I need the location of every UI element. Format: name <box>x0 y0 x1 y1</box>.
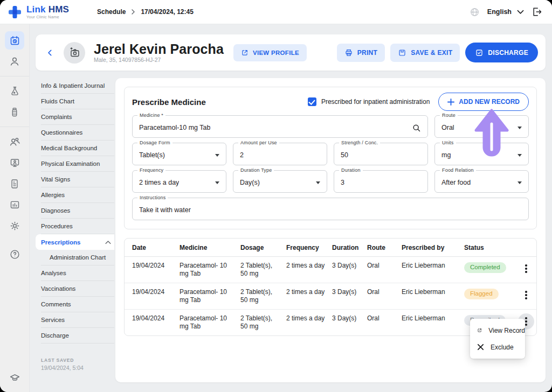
duration-type-label: Duration Type <box>238 167 274 173</box>
rail-analytics-button[interactable] <box>5 195 24 214</box>
back-chevron-icon <box>46 48 54 57</box>
rail-patients-button[interactable] <box>5 52 24 71</box>
inpatient-admin-checkbox-row[interactable]: Prescribed for inpatient administration <box>308 97 430 106</box>
rail-divider <box>0 76 29 76</box>
status-badge: Completed <box>464 262 506 273</box>
status-badge: Flagged <box>464 289 499 299</box>
col-dosage: Dosage <box>240 244 286 251</box>
strength-field[interactable]: Strength / Conc. 50 <box>334 143 428 165</box>
breadcrumb-chevron-icon <box>131 9 135 15</box>
rail-staff-button[interactable] <box>5 132 24 151</box>
kebab-icon <box>525 291 527 299</box>
food-relation-select[interactable]: Food Relation After food <box>434 170 529 193</box>
rail-pharmacy-button[interactable] <box>5 103 24 121</box>
exclude-label: Exclude <box>491 344 514 351</box>
dosage-form-select[interactable]: Dosage Form Tablet(s) <box>132 143 226 165</box>
nav-item-diagnoses[interactable]: Diagnoses <box>41 203 114 219</box>
nav-item-info-inpatient-journal[interactable]: Info & Inpatient Journal <box>41 78 114 94</box>
back-button[interactable] <box>42 45 58 61</box>
save-exit-button[interactable]: SAVE & EXIT <box>390 44 460 62</box>
discharge-label: DISCHARGE <box>488 49 528 57</box>
col-route: Route <box>367 244 402 251</box>
rail-schedule-button[interactable] <box>5 31 24 50</box>
patient-avatar[interactable] <box>64 42 85 64</box>
col-duration: Duration <box>332 244 367 251</box>
add-new-record-button[interactable]: ADD NEW RECORD <box>438 93 529 111</box>
nav-item-complaints[interactable]: Complaints <box>41 109 114 125</box>
exclude-menu-item[interactable]: Exclude <box>470 339 525 355</box>
plus-icon <box>447 99 454 106</box>
external-link-icon <box>477 326 482 334</box>
units-select[interactable]: Units mg <box>434 143 529 165</box>
save-icon <box>398 48 406 57</box>
external-link-icon <box>241 49 249 57</box>
patient-person-icon <box>9 55 20 67</box>
medicine-bottle-icon <box>9 107 20 118</box>
rail-help-button[interactable] <box>5 245 24 263</box>
nav-item-questionnaires[interactable]: Questionnaires <box>41 125 114 141</box>
nav-item-discharge[interactable]: Discharge <box>41 328 114 344</box>
instructions-value: Take it with water <box>139 206 191 214</box>
inpatient-checkbox[interactable] <box>308 97 316 106</box>
brand-tagline: Your Clinic Name <box>26 15 69 19</box>
medicine-field[interactable]: Medicine * Paracetamol-10 mg Tab <box>132 115 428 138</box>
nav-item-procedures[interactable]: Procedures <box>41 219 114 234</box>
nav-item-services[interactable]: Services <box>41 312 114 328</box>
rail-laboratory-button[interactable] <box>5 82 24 100</box>
nav-item-comments[interactable]: Comments <box>41 297 114 312</box>
top-bar: Link HMS Your Clinic Name Schedule 17/04… <box>0 0 552 24</box>
view-profile-label: VIEW PROFILE <box>253 50 299 56</box>
brand-name: Link HMS <box>26 5 69 14</box>
language-selector[interactable]: English <box>487 8 524 16</box>
rail-education-button[interactable] <box>5 368 24 387</box>
settings-gear-icon <box>9 220 20 232</box>
breadcrumb: Schedule 17/04/2024, 12:45 <box>97 8 194 16</box>
route-select[interactable]: Route Oral <box>434 115 529 138</box>
row-actions-button[interactable] <box>518 287 534 303</box>
instructions-field[interactable]: Instructions Take it with water <box>132 198 529 220</box>
strength-value: 50 <box>341 151 348 159</box>
amount-per-use-field[interactable]: Amount per Use 2 <box>233 143 327 165</box>
rail-billing-button[interactable] <box>5 174 24 193</box>
duration-type-select[interactable]: Duration Type Day(s) <box>233 170 327 193</box>
brand-logo[interactable]: Link HMS Your Clinic Name <box>8 5 69 19</box>
search-icon[interactable] <box>412 123 421 132</box>
dosage-form-value: Tablet(s) <box>139 151 165 159</box>
patient-header-card: Jerel Kevin Parocha Male, 35, 14097856-H… <box>36 34 546 71</box>
nav-item-vital-signs[interactable]: Vital Signs <box>41 172 114 187</box>
units-label: Units <box>440 140 456 145</box>
logout-button[interactable] <box>532 6 542 17</box>
nav-item-medical-background[interactable]: Medical Background <box>41 141 114 156</box>
nav-item-vaccinations[interactable]: Vaccinations <box>41 281 114 297</box>
nav-item-analyses[interactable]: Analyses <box>41 265 114 281</box>
row-actions-button[interactable] <box>518 261 534 277</box>
save-exit-label: SAVE & EXIT <box>411 49 452 57</box>
dropdown-caret-icon <box>518 154 522 157</box>
frequency-select[interactable]: Frequency 2 times a day <box>132 170 226 193</box>
nav-item-physical-examination[interactable]: Physical Examination <box>41 156 114 172</box>
print-button[interactable]: PRINT <box>337 44 385 62</box>
table-row: 19/04/2024 Paracetamol- 10 mg Tab 2 Tabl… <box>125 257 536 283</box>
duration-field[interactable]: Duration 3 <box>334 170 428 193</box>
schedule-calendar-icon <box>9 35 20 46</box>
discharge-check-icon <box>475 48 484 57</box>
nav-item-administration-chart[interactable]: Administration Chart <box>41 250 114 265</box>
breadcrumb-schedule[interactable]: Schedule <box>97 8 126 16</box>
dropdown-caret-icon <box>215 154 219 157</box>
last-saved-value: 19/04/2024, 5:04 <box>41 365 114 371</box>
add-new-record-label: ADD NEW RECORD <box>459 98 520 106</box>
dropdown-caret-icon <box>518 127 522 129</box>
nav-item-allergies[interactable]: Allergies <box>41 187 114 203</box>
amount-per-use-value: 2 <box>240 151 244 159</box>
col-medicine: Medicine <box>180 244 240 251</box>
discharge-button[interactable]: DISCHARGE <box>465 43 538 62</box>
rail-workstation-button[interactable] <box>5 153 24 172</box>
nav-item-fluids-chart[interactable]: Fluids Chart <box>41 94 114 109</box>
rail-divider <box>0 127 29 127</box>
rail-settings-button[interactable] <box>5 216 24 235</box>
view-profile-button[interactable]: VIEW PROFILE <box>233 44 307 61</box>
food-relation-label: Food Relation <box>440 167 476 173</box>
nav-item-prescriptions[interactable]: Prescriptions <box>36 234 114 250</box>
route-label: Route <box>440 113 458 118</box>
view-record-menu-item[interactable]: View Record <box>470 322 525 339</box>
